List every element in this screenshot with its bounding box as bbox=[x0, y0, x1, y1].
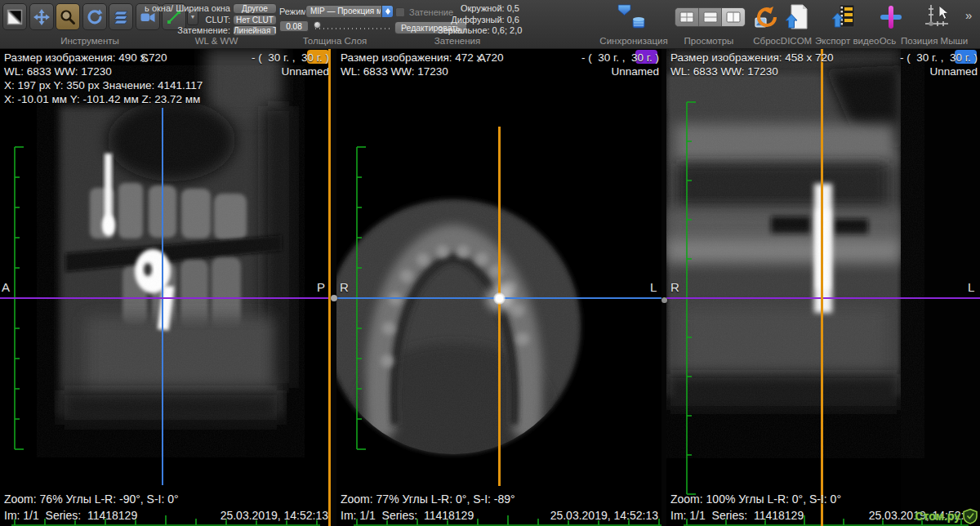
mpr-panel-axial[interactable]: Размер изображения: 472 x 720 - ( 30 г. … bbox=[336, 49, 662, 526]
pan-tool-button[interactable] bbox=[29, 3, 54, 30]
overlay-bottom: Zoom: 77% Углы L-R: 0°, S-I: -89° Im: 1/… bbox=[341, 492, 658, 524]
panel-divider[interactable] bbox=[332, 49, 336, 526]
layout-rows-button[interactable] bbox=[699, 8, 723, 26]
crosshair-vertical-orange[interactable] bbox=[821, 49, 823, 526]
watermark-shield-icon bbox=[962, 508, 978, 524]
image-series-text: Im: 1/1 Series: 11418129 bbox=[341, 508, 474, 524]
export-video-button[interactable] bbox=[831, 3, 858, 34]
section-label-export: Экспорт видео bbox=[815, 36, 875, 47]
section-label-tools: Инструменты bbox=[24, 36, 155, 47]
zoom-angles-text: Zoom: 100% Углы L-R: 0°, S-I: 0° bbox=[670, 492, 977, 508]
thickness-value-field[interactable]: 0.08 bbox=[279, 20, 309, 32]
grid-2x2-icon bbox=[679, 11, 694, 23]
image-size-text: Размер изображения: 472 x 720 bbox=[341, 51, 504, 65]
ct-sagittal-image bbox=[0, 49, 332, 526]
projection-mode-value: MIP — Проекция макс bbox=[310, 7, 381, 16]
contrast-icon bbox=[6, 8, 24, 26]
overlay-top: Размер изображения: 472 x 720 - ( 30 г. … bbox=[341, 51, 659, 78]
section-label-shading: Затенения bbox=[408, 36, 506, 47]
age-text: - ( 30 г. , 30 г. ) bbox=[252, 51, 329, 65]
slider-ticks bbox=[315, 28, 393, 29]
slider-thumb[interactable] bbox=[314, 21, 321, 29]
rows-icon bbox=[703, 11, 718, 23]
stack-scroll-tool-button[interactable] bbox=[109, 3, 133, 30]
ct-coronal-image bbox=[666, 49, 980, 526]
wl-contrast-tool-button[interactable] bbox=[2, 3, 27, 30]
rotate-icon bbox=[86, 8, 104, 26]
dicom-mpr-viewer: ▼ Инструменты ь окна/ Ширина окна Другое… bbox=[0, 0, 980, 526]
axis-cross-icon bbox=[879, 4, 903, 30]
wl-ww-text: WL: 6833 WW: 17230 bbox=[4, 65, 112, 78]
cursor-px-text: X: 197 px Y: 350 px Значение: 4141.117 bbox=[4, 78, 329, 92]
sync-button[interactable] bbox=[617, 3, 649, 36]
watermark-text: Стом.ру bbox=[915, 510, 960, 523]
filmstrip-icon bbox=[831, 3, 858, 31]
divider-handle-dot[interactable] bbox=[331, 295, 337, 301]
age-text: - ( 30 г. , 30 г. ) bbox=[900, 51, 978, 65]
crosshair-center-dot[interactable] bbox=[493, 292, 506, 305]
layout-columns-button[interactable] bbox=[722, 8, 745, 26]
mouse-position-button[interactable] bbox=[921, 2, 951, 35]
mouse-position-icon bbox=[921, 2, 951, 32]
opacity-dropdown[interactable]: Линейная Т bbox=[233, 25, 277, 36]
study-date-text: 25.03.2019, 14:52:13 bbox=[550, 508, 658, 524]
magnifier-icon bbox=[59, 8, 77, 26]
crosshair-horizontal-purple[interactable] bbox=[0, 297, 329, 299]
layout-grid-button[interactable] bbox=[675, 8, 699, 26]
crosshair-vertical-orange[interactable] bbox=[498, 127, 501, 486]
diffuse-value: Диффузный: 0,6 bbox=[438, 15, 519, 26]
zoom-angles-text: Zoom: 77% Углы L-R: 0°, S-I: -89° bbox=[341, 492, 658, 508]
columns-icon bbox=[726, 11, 741, 23]
opacity-label: Затемнение: bbox=[177, 25, 230, 35]
specular-value: Зеркальное: 0,6; 2,0 bbox=[438, 25, 519, 37]
thickness-slider[interactable] bbox=[314, 20, 393, 32]
age-text: - ( 30 г. , 30 г. ) bbox=[581, 51, 659, 65]
toolbar-overflow-chevron[interactable]: » bbox=[965, 8, 970, 22]
image-series-text: Im: 1/1 Series: 11418129 bbox=[670, 508, 804, 524]
patient-name: Unnamed bbox=[611, 65, 659, 78]
patient-name: Unnamed bbox=[929, 65, 978, 78]
overlay-bottom: Zoom: 76% Углы L-R: -90°, S-I: 0° Im: 1/… bbox=[4, 492, 328, 524]
mpr-panel-sagittal[interactable]: Размер изображения: 490 x 720 - ( 30 г. … bbox=[0, 49, 332, 526]
section-label-wlww: WL & WW bbox=[167, 36, 265, 47]
orientation-letter-right: L bbox=[968, 280, 974, 294]
crosshair-vertical-orange[interactable] bbox=[328, 49, 331, 526]
stepper-icon[interactable] bbox=[381, 6, 393, 17]
orientation-letter-left: R bbox=[670, 280, 679, 294]
overlay-top: Размер изображения: 490 x 720 - ( 30 г. … bbox=[4, 51, 329, 106]
wl-ww-text: WL: 6833 WW: 17230 bbox=[341, 65, 448, 78]
section-label-views: Просмотры bbox=[668, 36, 750, 47]
dicom-export-button[interactable] bbox=[784, 3, 810, 34]
reset-button[interactable] bbox=[753, 3, 781, 34]
cursor-mm-text: X: -10.01 мм Y: -101.42 мм Z: 23.72 мм bbox=[4, 92, 329, 106]
image-series-text: Im: 1/1 Series: 11418129 bbox=[4, 508, 137, 524]
mpr-panel-coronal[interactable]: Размер изображения: 458 x 720 - ( 30 г. … bbox=[666, 49, 980, 526]
divider-handle-dot[interactable] bbox=[662, 297, 667, 303]
section-label-thickness: Толщина Слоя bbox=[286, 36, 384, 47]
crosshair-vertical-blue[interactable] bbox=[162, 108, 163, 485]
clut-dropdown[interactable]: Нет CLUT bbox=[233, 15, 277, 25]
image-size-text: Размер изображения: 490 x 720 bbox=[4, 51, 167, 65]
zoom-angles-text: Zoom: 76% Углы L-R: -90°, S-I: 0° bbox=[4, 492, 328, 508]
shading-values: Окружной: 0,5 Диффузный: 0,6 Зеркальное:… bbox=[438, 3, 519, 37]
panel-divider[interactable] bbox=[662, 49, 666, 526]
patient-name: Unnamed bbox=[281, 65, 329, 78]
orientation-letter-right: P bbox=[317, 280, 325, 294]
mpr-viewport: Размер изображения: 490 x 720 - ( 30 г. … bbox=[0, 49, 980, 526]
wl-preset-dropdown[interactable]: Другое bbox=[233, 3, 277, 14]
wl-ww-text: WL: 6833 WW: 17230 bbox=[670, 65, 778, 78]
projection-mode-dropdown[interactable]: MIP — Проекция макс bbox=[305, 5, 394, 18]
axis-button[interactable] bbox=[879, 4, 903, 33]
ambient-value: Окружной: 0,5 bbox=[438, 3, 519, 15]
zoom-tool-button[interactable] bbox=[56, 3, 80, 30]
section-label-axis: Ось bbox=[875, 36, 900, 47]
study-date-text: 25.03.2019, 14:52:13 bbox=[220, 508, 328, 524]
orientation-letter-left: R bbox=[340, 280, 349, 294]
crosshair-horizontal-purple[interactable] bbox=[666, 297, 980, 299]
toolbar: ▼ Инструменты ь окна/ Ширина окна Другое… bbox=[0, 0, 980, 49]
image-size-text: Размер изображения: 458 x 720 bbox=[670, 51, 834, 65]
sync-icon bbox=[617, 3, 649, 33]
shading-checkbox[interactable] bbox=[395, 7, 405, 17]
layers-icon bbox=[112, 8, 130, 26]
rotate-tool-button[interactable] bbox=[82, 3, 107, 30]
